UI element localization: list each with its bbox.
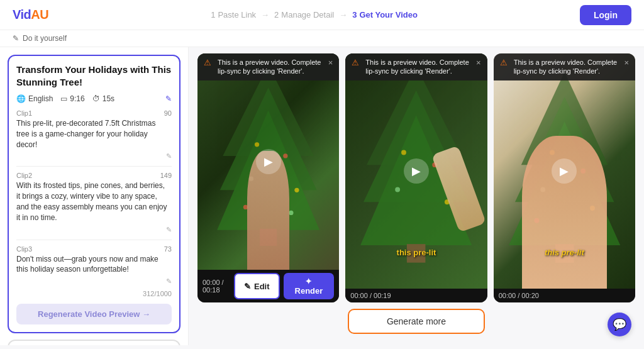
svg-point-14	[401, 150, 406, 155]
card-1-ratio-text: 9:16	[70, 94, 84, 103]
video-bottom-2: 00:00 / 00:19	[345, 289, 487, 302]
card-1-clip2: Clip2 149 With its frosted tips, pine co…	[16, 172, 172, 234]
video-thumb-2: this pre-lit ▶	[345, 53, 487, 289]
svg-point-7	[294, 188, 299, 192]
close-icon-1[interactable]: ×	[328, 58, 333, 67]
clip-1-count: 90	[164, 109, 172, 117]
card-1-meta: 🌐 English ▭ 9:16 ⏱ 15s ✎	[16, 94, 172, 103]
regenerate-button[interactable]: Regenerate Video Preview →	[16, 304, 172, 324]
step-1-text: Paste Link	[218, 10, 256, 19]
generate-more-button[interactable]: Generate more	[348, 309, 485, 334]
step-3-text: Get Your Video	[359, 10, 417, 19]
clip-3-edit-icon[interactable]: ✎	[166, 277, 172, 285]
preview-banner-2: ⚠ This is a preview video. Complete lip-…	[345, 53, 487, 80]
render-button[interactable]: ✦ Render	[284, 273, 335, 299]
login-button[interactable]: Login	[580, 5, 631, 25]
edit-subheader-icon: ✎	[13, 34, 19, 43]
card-1-clip1: Clip1 90 This pre-lit, pre-decorated 7.5…	[16, 109, 172, 161]
card-1-clip3: Clip3 73 Don't miss out—grab yours now a…	[16, 245, 172, 287]
step-3-label: 3	[352, 10, 357, 19]
card-1: Transform Your Holidays with This Stunni…	[8, 55, 180, 333]
card-1-dur-text: 15s	[103, 94, 114, 103]
video-card-3: ⚠ This is a preview video. Complete lip-…	[494, 53, 635, 302]
logo: VidAU	[13, 8, 48, 22]
warn-icon-3: ⚠	[500, 58, 508, 67]
play-icon-3[interactable]: ▶	[552, 158, 577, 184]
main-content: Transform Your Holidays with This Stunni…	[0, 47, 644, 345]
preview-banner-1: ⚠ This is a preview video. Complete lip-…	[197, 53, 339, 80]
video-card-2: ⚠ This is a preview video. Complete lip-…	[345, 53, 487, 302]
video-time-2: 00:00 / 00:19	[350, 292, 391, 299]
clip-1-id: Clip1	[16, 109, 32, 117]
video-thumb-1: ▶	[197, 53, 339, 270]
card-1-duration: ⏱ 15s	[92, 94, 114, 103]
step-2: 2 Manage Detail	[274, 10, 334, 19]
video-bottom-1: 00:00 / 00:18 ✎ Edit ✦ Render	[197, 270, 339, 302]
clip-3-count: 73	[164, 245, 172, 253]
divider-2	[16, 240, 172, 240]
clip-1-edit-icon[interactable]: ✎	[166, 152, 172, 160]
clock-icon: ⏱	[92, 94, 100, 103]
subtitle-2: this pre-lit	[494, 248, 635, 257]
card-2: Best Choice Products Christmas Tree 🌐 En…	[8, 340, 180, 345]
globe-icon: 🌐	[16, 94, 26, 103]
clip-3-text: Don't miss out—grab yours now and make t…	[16, 254, 172, 275]
play-icon-2[interactable]: ▶	[404, 158, 429, 184]
clip-2-count: 149	[160, 172, 172, 179]
card-1-ratio: ▭ 9:16	[60, 94, 84, 103]
svg-point-4	[255, 142, 259, 147]
step-3: 3 Get Your Video	[352, 10, 418, 19]
card-1-lang-text: English	[28, 94, 53, 103]
right-panel: ⚠ This is a preview video. Complete lip-…	[189, 47, 644, 345]
total-char-count: 312/1000	[16, 290, 172, 297]
clip-2-edit-icon[interactable]: ✎	[166, 226, 172, 233]
step-arrow-2: →	[339, 10, 347, 19]
generate-more-row: Generate more	[197, 309, 635, 339]
header: VidAU 1 Paste Link → 2 Manage Detail → 3…	[0, 0, 644, 30]
video-time-1: 00:00 / 00:18	[203, 279, 234, 294]
svg-point-16	[396, 187, 401, 192]
clip-2-id: Clip2	[16, 172, 32, 179]
subheader: ✎ Do it yourself	[0, 30, 644, 47]
preview-text-2: This is a preview video. Complete lip-sy…	[365, 58, 476, 76]
step-2-label: 2	[274, 10, 279, 19]
card-1-edit-icon[interactable]: ✎	[165, 94, 172, 103]
video-actions-1: ✎ Edit ✦ Render	[234, 273, 334, 299]
preview-banner-3: ⚠ This is a preview video. Complete lip-…	[494, 53, 635, 80]
play-icon-1[interactable]: ▶	[256, 149, 281, 174]
close-icon-2[interactable]: ×	[476, 58, 481, 67]
card-1-language: 🌐 English	[16, 94, 53, 103]
ratio-icon: ▭	[60, 94, 67, 103]
clip-3-id: Clip3	[16, 245, 32, 253]
clip-2-header: Clip2 149	[16, 172, 172, 179]
step-2-text: Manage Detail	[281, 10, 334, 19]
step-arrow-1: →	[261, 10, 269, 19]
subheader-label: Do it yourself	[23, 34, 67, 43]
video-card-1: ⚠ This is a preview video. Complete lip-…	[197, 53, 339, 302]
warn-icon-2: ⚠	[352, 58, 359, 67]
svg-point-9	[289, 211, 293, 215]
edit-icon: ✎	[244, 282, 251, 291]
preview-text-1: This is a preview video. Complete lip-sy…	[218, 58, 328, 76]
svg-point-5	[283, 153, 287, 158]
preview-text-3: This is a preview video. Complete lip-sy…	[514, 58, 625, 76]
video-time-3: 00:00 / 00:20	[499, 292, 539, 299]
left-panel: Transform Your Holidays with This Stunni…	[0, 47, 189, 345]
subtitle-1: this pre-lit	[345, 248, 487, 257]
steps-bar: 1 Paste Link → 2 Manage Detail → 3 Get Y…	[211, 10, 418, 19]
edit-button[interactable]: ✎ Edit	[234, 273, 280, 299]
videos-row: ⚠ This is a preview video. Complete lip-…	[197, 53, 635, 302]
step-1: 1 Paste Link	[211, 10, 256, 19]
card-1-title: Transform Your Holidays with This Stunni…	[16, 64, 172, 88]
warn-icon-1: ⚠	[204, 58, 211, 67]
chat-icon: 💬	[613, 318, 626, 331]
chat-bubble[interactable]: 💬	[608, 313, 631, 336]
video-thumb-3: this pre-lit ▶	[494, 53, 635, 289]
clip-1-text: This pre-lit, pre-decorated 7.5ft Christ…	[16, 118, 172, 150]
step-1-label: 1	[211, 10, 215, 19]
close-icon-3[interactable]: ×	[624, 58, 629, 67]
clip-2-text: With its frosted tips, pine cones, and b…	[16, 180, 172, 223]
clip-3-header: Clip3 73	[16, 245, 172, 253]
clip-1-header: Clip1 90	[16, 109, 172, 117]
video-bottom-3: 00:00 / 00:20	[494, 289, 635, 302]
